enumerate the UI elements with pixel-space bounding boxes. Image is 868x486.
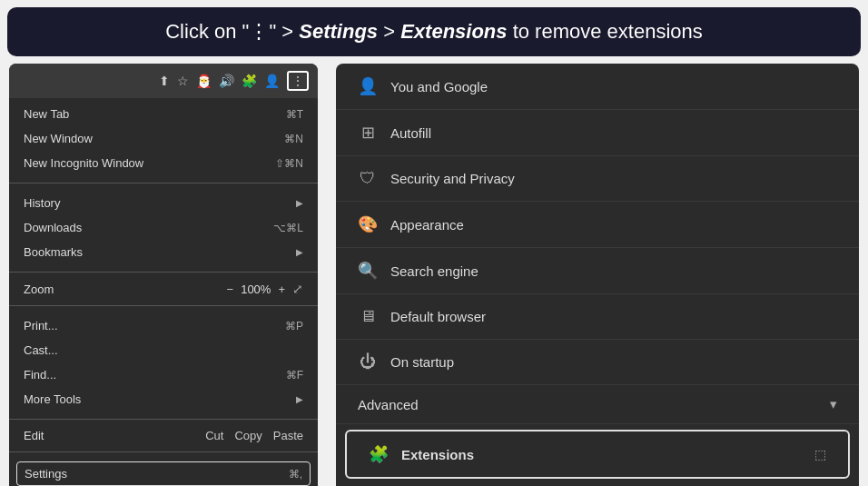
menu-new-incognito[interactable]: New Incognito Window ⇧⌘N (9, 151, 318, 175)
divider-3 (9, 305, 318, 306)
settings-advanced[interactable]: Advanced ▾ (336, 385, 859, 424)
divider-1 (9, 183, 318, 183)
puzzle-icon[interactable]: 🧩 (242, 74, 257, 88)
menu-new-tab[interactable]: New Tab ⌘T (9, 102, 318, 126)
upload-icon[interactable]: ⬆ (159, 74, 170, 88)
settings-extensions[interactable]: 🧩 Extensions ⬚ (345, 430, 850, 479)
divider-4 (9, 419, 318, 420)
person-settings-icon: 👤 (358, 76, 378, 96)
settings-on-startup[interactable]: ⏻ On startup (336, 340, 859, 385)
external-link-icon[interactable]: ⬚ (814, 447, 826, 461)
settings-appearance[interactable]: 🎨 Appearance (336, 202, 859, 248)
santa-icon[interactable]: 🎅 (196, 74, 212, 88)
zoom-plus[interactable]: + (278, 283, 285, 296)
menu-settings[interactable]: Settings ⌘, (16, 461, 311, 486)
person-icon[interactable]: 👤 (264, 74, 280, 88)
divider-5 (9, 451, 318, 452)
menu-new-window[interactable]: New Window ⌘N (9, 126, 318, 151)
menu-edit-row: Edit Cut Copy Paste (9, 423, 318, 448)
menu-cut[interactable]: Cut (205, 429, 223, 442)
settings-sidebar: 👤 You and Google ⊞ Autofill 🛡 Security a… (336, 64, 859, 486)
main-content: ⬆ ☆ 🎅 🔊 🧩 👤 ⋮ New Tab ⌘T New Window ⌘N N… (0, 64, 868, 486)
zoom-controls: − 100% + ⤢ (227, 282, 303, 296)
header-banner: Click on "⋮" > Settings > Extensions to … (7, 7, 861, 56)
zoom-minus[interactable]: − (227, 283, 234, 296)
shield-settings-icon: 🛡 (358, 169, 378, 188)
menu-section-new: New Tab ⌘T New Window ⌘N New Incognito W… (9, 98, 318, 179)
divider-2 (9, 272, 318, 273)
menu-find[interactable]: Find... ⌘F (9, 362, 318, 387)
settings-default-browser[interactable]: 🖥 Default browser (336, 294, 859, 340)
dots-icon: ⋮ (249, 20, 269, 43)
chrome-toolbar: ⬆ ☆ 🎅 🔊 🧩 👤 ⋮ (9, 64, 318, 98)
menu-more-tools[interactable]: More Tools ▶ (9, 387, 318, 412)
settings-autofill[interactable]: ⊞ Autofill (336, 110, 859, 156)
search-settings-icon: 🔍 (358, 261, 378, 281)
menu-section-settings: Settings ⌘, Help ▶ (9, 456, 318, 486)
menu-history[interactable]: History ▶ (9, 191, 318, 215)
settings-security-privacy[interactable]: 🛡 Security and Privacy (336, 156, 859, 202)
menu-dots-icon[interactable]: ⋮ (287, 71, 309, 91)
puzzle-settings-icon: 🧩 (369, 444, 389, 464)
palette-icon: 🎨 (358, 214, 378, 234)
menu-downloads[interactable]: Downloads ⌥⌘L (9, 215, 318, 240)
menu-print[interactable]: Print... ⌘P (9, 313, 318, 338)
menu-cast[interactable]: Cast... (9, 338, 318, 362)
chrome-menu-panel: ⬆ ☆ 🎅 🔊 🧩 👤 ⋮ New Tab ⌘T New Window ⌘N N… (9, 64, 318, 486)
settings-you-and-google[interactable]: 👤 You and Google (336, 64, 859, 110)
chevron-down-icon: ▾ (830, 396, 837, 412)
settings-search-engine[interactable]: 🔍 Search engine (336, 248, 859, 294)
menu-paste[interactable]: Paste (273, 429, 303, 442)
menu-copy[interactable]: Copy (234, 429, 261, 442)
settings-link: Settings (299, 20, 378, 43)
star-icon[interactable]: ☆ (177, 74, 189, 88)
extensions-link: Extensions (400, 20, 507, 43)
menu-bookmarks[interactable]: Bookmarks ▶ (9, 240, 318, 264)
browser-icon: 🖥 (358, 307, 378, 326)
autofill-icon: ⊞ (358, 123, 378, 143)
menu-section-tools: Print... ⌘P Cast... Find... ⌘F More Tool… (9, 310, 318, 415)
edit-actions: Cut Copy Paste (205, 429, 303, 442)
menu-zoom-row: Zoom − 100% + ⤢ (9, 276, 318, 302)
zoom-expand-icon[interactable]: ⤢ (292, 282, 303, 296)
menu-section-nav: History ▶ Downloads ⌥⌘L Bookmarks ▶ (9, 187, 318, 268)
audio-icon[interactable]: 🔊 (219, 74, 234, 88)
power-icon: ⏻ (358, 352, 378, 372)
